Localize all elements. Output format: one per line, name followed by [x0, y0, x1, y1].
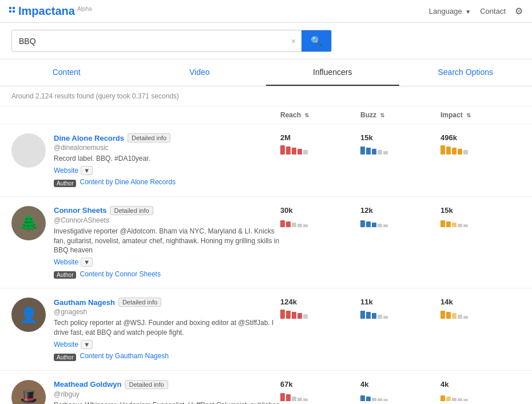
header: Impactana Alpha Language ▼ Contact ⚙ — [0, 0, 532, 23]
bar — [280, 145, 285, 155]
col-impact-header[interactable]: Impact ⇅ — [440, 111, 521, 119]
settings-gear-icon[interactable]: ⚙ — [515, 6, 523, 17]
website-link[interactable]: Website — [54, 340, 78, 348]
search-button[interactable]: 🔍 — [301, 30, 331, 52]
detailed-info-button[interactable]: Detailed info — [128, 133, 170, 142]
bar — [458, 398, 462, 401]
content-by-link[interactable]: Content by Dine Alone Records — [80, 178, 175, 186]
bar — [297, 398, 302, 401]
reach-metric: 2M — [280, 133, 360, 155]
bar — [452, 148, 456, 155]
table-row: 🎩 Meathead Goldwyn Detailed info @ribguy… — [0, 371, 532, 404]
bar — [280, 220, 285, 227]
bar — [440, 220, 445, 227]
bar — [297, 313, 302, 319]
bar — [360, 311, 365, 319]
bar — [372, 223, 376, 227]
reach-metric: 124k — [280, 298, 360, 319]
bar — [452, 398, 456, 401]
buzz-metric: 12k — [360, 206, 440, 227]
website-dropdown-icon[interactable]: ▼ — [81, 258, 93, 267]
bar — [303, 398, 308, 401]
influencer-name[interactable]: Meathead Goldwyn — [54, 380, 121, 389]
tab-search-options[interactable]: Search Options — [399, 60, 533, 86]
buzz-bar-chart — [360, 308, 388, 319]
search-clear-button[interactable]: × — [285, 37, 301, 46]
tag-row: Author Content by Dine Alone Records — [54, 177, 280, 187]
bar — [440, 395, 445, 401]
tag-row: Author Content by Connor Sheets — [54, 269, 280, 279]
reach-value: 2M — [280, 133, 291, 142]
bar — [458, 149, 462, 155]
bar — [446, 397, 451, 401]
influencer-handle: @gnagesh — [54, 308, 280, 316]
bar — [446, 221, 451, 227]
metrics: 2M 15k 496 — [280, 133, 521, 155]
influencer-desc: Barbecue Whisperer, Hedonism Evangelist,… — [54, 401, 280, 404]
col-reach-header[interactable]: Reach ⇅ — [280, 111, 360, 119]
name-row: Gautham Nagesh Detailed info — [54, 298, 280, 307]
impact-bar-chart — [440, 144, 468, 155]
bar — [378, 315, 382, 319]
search-input[interactable] — [12, 31, 285, 51]
results-info: Around 2,124 results found (query took 0… — [0, 86, 532, 106]
bar — [440, 311, 445, 319]
bar — [366, 221, 371, 227]
website-link[interactable]: Website — [54, 258, 78, 266]
bar — [383, 224, 388, 227]
reach-value: 30k — [280, 206, 293, 215]
buzz-value: 15k — [360, 133, 373, 142]
influencer-desc: Investigative reporter @Aldotcom. Bham v… — [54, 227, 280, 255]
impact-metric: 14k — [440, 298, 521, 319]
tab-content[interactable]: Content — [0, 60, 133, 86]
bar — [463, 399, 468, 401]
bar — [292, 397, 296, 401]
influencer-desc: Tech policy reporter at @WSJ. Founder an… — [54, 318, 280, 338]
content-by-link[interactable]: Content by Gautham Nagesh — [80, 352, 168, 360]
website-row: Website ▼ — [54, 340, 280, 349]
buzz-bar-chart — [360, 391, 388, 401]
detailed-info-button[interactable]: Detailed info — [118, 298, 161, 307]
impact-value: 4k — [440, 380, 448, 389]
impact-sort-icon: ⇅ — [466, 112, 471, 118]
detailed-info-button[interactable]: Detailed info — [125, 380, 168, 389]
reach-value: 124k — [280, 298, 297, 306]
language-button[interactable]: Language ▼ — [429, 7, 471, 15]
avatar: 🌲 — [11, 206, 46, 240]
bar — [463, 150, 468, 155]
bar — [372, 313, 376, 319]
bar — [292, 148, 296, 155]
buzz-value: 12k — [360, 206, 373, 215]
tab-video[interactable]: Video — [133, 60, 267, 86]
header-nav: Language ▼ Contact ⚙ — [429, 6, 523, 17]
metrics: 124k 11k 1 — [280, 298, 521, 319]
impact-metric: 15k — [440, 206, 521, 227]
contact-link[interactable]: Contact — [480, 7, 506, 15]
detailed-info-button[interactable]: Detailed info — [110, 206, 153, 215]
influencer-name[interactable]: Dine Alone Records — [54, 134, 124, 142]
col-buzz-header[interactable]: Buzz ⇅ — [360, 111, 440, 119]
impact-bar-chart — [440, 217, 468, 227]
buzz-metric: 11k — [360, 298, 440, 319]
metrics: 30k 12k 15 — [280, 206, 521, 227]
tab-influencers[interactable]: Influencers — [266, 60, 399, 86]
website-dropdown-icon[interactable]: ▼ — [81, 340, 93, 349]
bar — [286, 146, 291, 155]
bar — [463, 224, 468, 227]
content-by-link[interactable]: Content by Connor Sheets — [80, 270, 160, 278]
bar — [286, 221, 291, 227]
website-dropdown-icon[interactable]: ▼ — [81, 166, 93, 175]
bar — [383, 399, 388, 401]
influencer-info: Dine Alone Records Detailed info @dineal… — [54, 133, 280, 187]
author-badge: Author — [54, 180, 76, 187]
logo-alpha-badge: Alpha — [77, 6, 92, 12]
table-row: 🌲 Connor Sheets Detailed info @ConnorASh… — [0, 197, 532, 288]
tabs-bar: Content Video Influencers Search Options — [0, 60, 532, 86]
impact-metric: 496k — [440, 133, 521, 155]
reach-metric: 30k — [280, 206, 360, 227]
influencer-name[interactable]: Connor Sheets — [54, 206, 106, 215]
search-bar: × 🔍 — [11, 30, 332, 52]
buzz-metric: 4k — [360, 380, 440, 401]
website-link[interactable]: Website — [54, 167, 78, 175]
influencer-name[interactable]: Gautham Nagesh — [54, 298, 115, 307]
